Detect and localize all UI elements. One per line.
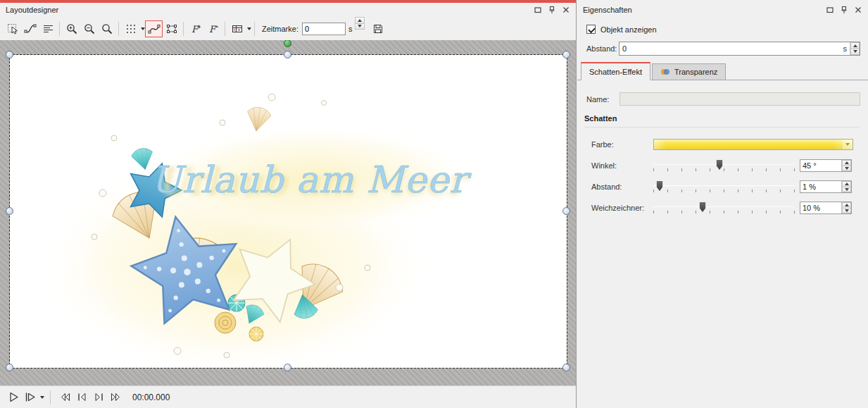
layoutdesigner-panel: Layoutdesigner xyxy=(0,0,577,408)
skip-start-button[interactable] xyxy=(56,389,73,406)
selection-handle-top-right[interactable] xyxy=(562,51,570,58)
color-dropdown-button[interactable] xyxy=(843,140,853,149)
toolbar-separator xyxy=(59,22,60,36)
winkel-label: Winkel: xyxy=(591,161,653,170)
zeitmarke-label: Zeitmarke: xyxy=(262,25,298,33)
weichzeichner-label: Weichzeichner: xyxy=(591,204,653,212)
shadow-abstand-slider[interactable] xyxy=(653,180,794,194)
grid-button[interactable] xyxy=(122,20,139,37)
object-abstand-row: Abstand: 0 s xyxy=(586,42,860,56)
align-tool-button[interactable] xyxy=(39,20,56,37)
name-input[interactable] xyxy=(619,92,860,106)
spinner-down-icon[interactable] xyxy=(842,209,851,214)
play-button[interactable] xyxy=(5,389,22,406)
winkel-value-field[interactable]: 45 ° xyxy=(800,159,852,172)
toolbar-separator xyxy=(225,22,225,36)
zeitmarke-spinner xyxy=(355,17,365,30)
selection-handle-bottom-right[interactable] xyxy=(562,364,570,371)
weichzeichner-value-field[interactable]: 10 % xyxy=(800,202,852,214)
spinner-down-icon[interactable] xyxy=(842,166,851,172)
transparency-icon xyxy=(660,67,670,77)
farbe-label: Farbe: xyxy=(591,140,653,149)
selection-handle-bottom-left[interactable] xyxy=(6,364,13,371)
spinner-down-icon[interactable] xyxy=(842,187,851,193)
tab-transparenz[interactable]: Transparenz xyxy=(652,63,726,80)
object-abstand-spinner xyxy=(850,42,860,55)
winkel-slider[interactable] xyxy=(653,159,794,173)
save-button[interactable] xyxy=(369,20,386,37)
close-button[interactable] xyxy=(561,6,570,15)
keyframe-dropdown-caret-icon[interactable] xyxy=(247,27,251,30)
select-icon xyxy=(6,23,19,35)
window-controls xyxy=(825,6,862,15)
step-forward-button[interactable] xyxy=(90,389,107,406)
selection-handle-right[interactable] xyxy=(562,207,570,215)
layoutdesigner-titlebar: Layoutdesigner xyxy=(0,3,576,17)
effect-decrease-button[interactable]: F xyxy=(204,20,222,37)
step-forward-icon xyxy=(92,390,106,404)
pin-button[interactable] xyxy=(839,6,848,15)
play-options-caret-icon[interactable] xyxy=(40,396,44,399)
selection-handle-top[interactable] xyxy=(284,51,291,58)
spinner-down-icon[interactable] xyxy=(850,49,860,56)
float-button[interactable] xyxy=(825,6,834,15)
slide-object[interactable]: Urlaub am Meer Urlaub am Meer xyxy=(10,55,567,368)
pin-icon xyxy=(840,6,848,14)
play-from-cursor-button[interactable] xyxy=(22,389,39,406)
close-button[interactable] xyxy=(853,6,862,15)
spinner-up-icon[interactable] xyxy=(355,17,365,24)
svg-text:F: F xyxy=(191,23,199,34)
spinner-up-icon[interactable] xyxy=(842,181,851,187)
play-from-cursor-icon xyxy=(24,390,37,404)
transform-tool-button[interactable] xyxy=(163,20,180,37)
panel-title: Layoutdesigner xyxy=(6,6,533,14)
path-edit-tool-button[interactable] xyxy=(21,20,39,37)
skip-end-button[interactable] xyxy=(107,389,124,406)
zoom-in-icon xyxy=(65,23,78,35)
float-button[interactable] xyxy=(533,6,542,15)
object-abstand-field[interactable]: 0 s xyxy=(619,42,860,56)
slider-ticks xyxy=(653,168,795,171)
selection-handle-left[interactable] xyxy=(6,207,13,215)
step-back-button[interactable] xyxy=(73,389,90,406)
zeitmarke-unit: s xyxy=(348,25,353,33)
spinner-up-icon[interactable] xyxy=(842,160,851,166)
skip-start-icon xyxy=(58,390,72,404)
selection-handle-bottom[interactable] xyxy=(284,364,291,371)
layout-toolbar: F F Zeitmarke: s xyxy=(0,17,576,40)
shadow-color-swatch[interactable] xyxy=(653,139,853,150)
shadow-abstand-value-field[interactable]: 1 % xyxy=(800,180,852,193)
keyframe-table-button[interactable] xyxy=(228,20,246,37)
winkel-value: 45 ° xyxy=(800,161,841,170)
shadow-abstand-label: Abstand: xyxy=(591,183,653,191)
zoom-out-button[interactable] xyxy=(80,20,98,37)
spinner-up-icon[interactable] xyxy=(850,42,860,49)
name-label: Name: xyxy=(586,95,619,104)
panel-title: Eigenschaften xyxy=(583,6,825,14)
toolbar-separator xyxy=(183,22,184,36)
grid-icon xyxy=(125,23,137,35)
zeitmarke-input[interactable] xyxy=(302,23,346,35)
play-icon xyxy=(7,390,20,404)
rotate-handle[interactable] xyxy=(284,40,291,47)
effect-increase-button[interactable]: F xyxy=(187,20,204,37)
layout-canvas[interactable]: Urlaub am Meer Urlaub am Meer xyxy=(0,40,576,385)
selection-handle-top-left[interactable] xyxy=(6,51,13,58)
zoom-reset-icon xyxy=(101,23,113,35)
svg-text:F: F xyxy=(209,23,217,34)
pin-button[interactable] xyxy=(547,6,556,15)
select-tool-button[interactable] xyxy=(4,20,21,37)
zoom-in-button[interactable] xyxy=(63,20,80,37)
spinner-up-icon[interactable] xyxy=(842,202,851,209)
show-object-checkbox[interactable] xyxy=(586,25,596,34)
spinner-down-icon[interactable] xyxy=(355,24,365,30)
playback-bar: 00:00.000 xyxy=(0,385,576,408)
slider-track xyxy=(653,185,794,186)
tab-schatten-effekt[interactable]: Schatten-Effekt xyxy=(581,62,650,80)
effect-decrease-icon: F xyxy=(207,23,220,35)
weichzeichner-value: 10 % xyxy=(800,204,841,212)
weichzeichner-slider[interactable] xyxy=(653,201,794,215)
zoom-reset-button[interactable] xyxy=(98,20,115,37)
motion-path-tool-button[interactable] xyxy=(145,20,163,37)
object-abstand-value: 0 xyxy=(622,44,841,53)
